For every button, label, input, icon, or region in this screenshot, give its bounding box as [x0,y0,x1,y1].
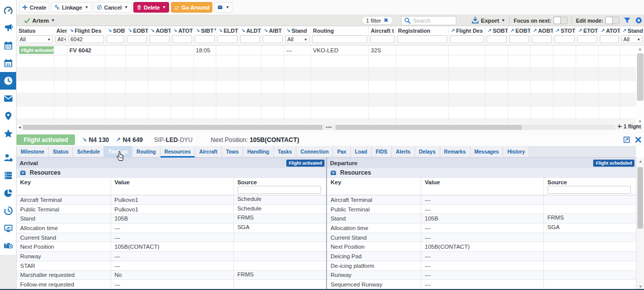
resource-row[interactable]: Stand105BFRMS [327,214,636,224]
sidebar-item-gauge[interactable] [0,2,16,19]
open-in-new-icon[interactable] [623,136,630,143]
tab-handling[interactable]: Handling [243,146,274,157]
tab-resources[interactable]: Resources [160,146,195,157]
column-header-key[interactable]: Key [327,178,421,195]
scrollbar-thumb[interactable] [637,167,643,229]
filter-input-aobt[interactable] [149,35,170,43]
resource-row[interactable]: Runway--- [17,252,326,261]
user-menu[interactable]: Artem ▼ [24,18,55,24]
column-header-eldt-arr[interactable]: ↘ELDT [216,26,239,35]
resource-row[interactable]: Runway--- [327,271,636,280]
edit-mode-switch[interactable] [605,17,619,24]
tab-alerts[interactable]: Alerts [392,146,415,157]
column-header-aldt-arr[interactable]: ↘ALDT [239,26,262,35]
resource-row[interactable]: Next Position105B(CONTACT) [17,242,326,252]
tab-aircraft[interactable]: Aircraft [195,146,222,157]
grid-vertical-scrollbar[interactable]: ▲ ▼ [636,45,644,125]
filter-input-aibt[interactable] [263,35,283,43]
filter-funnel-button[interactable] [623,17,631,24]
sidebar-item-monitor-plane[interactable] [0,220,16,237]
column-header-source[interactable]: Source [544,178,636,195]
filter-select-alert[interactable]: All▼ [55,35,66,43]
resource-row[interactable]: Aircraft TerminalPulkovo1Schedule [17,195,326,205]
column-header-value[interactable]: Value [111,178,234,195]
hscroll-thumb[interactable] [23,125,522,130]
resource-row[interactable]: Public TerminalPulkovo1Schedule [17,205,326,214]
detail-vertical-scrollbar[interactable]: ▲ ▼ [636,158,644,290]
departure-flight-number[interactable]: ↗ N4 649 [116,136,143,143]
tab-status[interactable]: Status [49,146,73,157]
column-header-aobt-dep[interactable]: ↗AOBT [531,26,553,35]
settings-button[interactable] [635,17,642,24]
sidebar-item-history-clock[interactable] [0,202,16,220]
column-header-stand-arr[interactable]: ↘Stand [284,26,311,35]
cancel-button[interactable]: Cancel▼ [94,2,131,13]
source-filter-input[interactable] [547,186,631,194]
scroll-down-icon[interactable]: ▼ [636,118,644,125]
resource-row[interactable]: Stand105BFRMS [17,214,326,224]
resource-row[interactable]: Public Terminal--- [327,205,636,214]
panel-splitter[interactable] [17,130,644,133]
tab-connection[interactable]: Connection [296,146,333,157]
filter-input-routing[interactable] [312,35,367,43]
close-icon[interactable] [635,136,641,143]
filter-input-eldt[interactable] [217,35,237,43]
resource-row[interactable]: Current Stand--- [17,233,326,243]
clear-filter-icon[interactable]: ✖ [384,17,388,24]
tab-timings[interactable]: Timings [104,146,132,157]
go-around-button[interactable]: Go Around [171,2,212,13]
filter-input-stot[interactable] [554,35,575,43]
filter-select-stand[interactable]: All▼ [285,35,309,43]
sidebar-item-megaphone[interactable] [0,19,16,37]
column-header-aobt-arr[interactable]: ↘AOBT [148,26,171,35]
sidebar-item-clock[interactable] [0,72,16,90]
column-header-stand-dep[interactable]: ↗Stand [620,26,644,35]
column-header-flight-des-dep[interactable]: ↗Flight Des [449,26,486,35]
column-header-status[interactable]: Status [17,26,54,35]
sidebar-item-pie-chart[interactable] [0,184,16,202]
filter-select-stand[interactable]: All▼ [621,35,642,43]
column-header-etot-dep[interactable]: ↗ETOT [576,26,599,35]
filter-select-status[interactable]: All▼ [18,35,53,43]
filter-input-eobt[interactable] [509,35,529,43]
resource-row[interactable]: Marshaller requestedNoFRMS [17,271,326,280]
resource-row[interactable]: Sequenced Runway--- [327,280,636,289]
sidebar-item-map-pin[interactable] [0,107,16,125]
resource-row[interactable]: Deicing Pad--- [327,252,636,261]
resource-row[interactable]: Allocation time---SGA [17,224,326,233]
mail-button[interactable]: ▼ [214,2,232,13]
tab-tows[interactable]: Tows [222,146,243,157]
column-header-sobt-arr[interactable]: ↘SOBT [106,26,126,35]
arrival-flight-number[interactable]: ↘ N4 130 [82,136,109,143]
column-header-sibt-arr[interactable]: ↘SIBT▲ [194,26,216,35]
scrollbar-thumb[interactable] [637,53,643,101]
filter-input-sobt[interactable] [107,35,124,43]
tab-fids[interactable]: FIDS [372,146,392,157]
sidebar-item-calendar[interactable] [0,37,16,54]
resources-section-header[interactable]: Resources [17,168,326,178]
filter-input-flight-des[interactable] [450,35,484,43]
filter-input-aircraft-t[interactable] [370,35,394,43]
flight-row[interactable]: Flight activatedFV 604218:05---VKO-LED32… [17,45,644,55]
filter-input-aldt[interactable] [240,35,260,43]
sidebar-item-star[interactable] [0,125,16,142]
filter-input-atot[interactable] [172,35,192,43]
tab-tasks[interactable]: Tasks [274,146,296,157]
column-header-aibt-arr[interactable]: ↘AIBT [262,26,284,35]
filter-input-sobt[interactable] [487,35,507,43]
linkage-button[interactable]: Linkage▼ [51,2,92,13]
resource-row[interactable]: Current Stand--- [327,233,636,243]
tab-milestone[interactable]: Milestone [17,146,49,157]
column-header-stot-dep[interactable]: ↗STOT [553,26,576,35]
filter-input-etot[interactable] [577,35,597,43]
column-header-alert[interactable]: Alert [54,26,67,35]
filter-input-eobt[interactable] [127,35,147,43]
column-header-routing[interactable]: Routing [311,26,369,35]
tab-schedule[interactable]: Schedule [73,146,104,157]
resource-row[interactable]: STAR--- [17,261,326,271]
column-header-eobt-arr[interactable]: ↘EOBT [126,26,148,35]
delete-button[interactable]: Delete▼ [133,2,170,13]
column-header-aircraft-t[interactable]: Aircraft t [369,26,396,35]
splitter-grip-icon[interactable]: ••• [323,125,336,130]
filter-input-atot[interactable] [600,35,619,43]
